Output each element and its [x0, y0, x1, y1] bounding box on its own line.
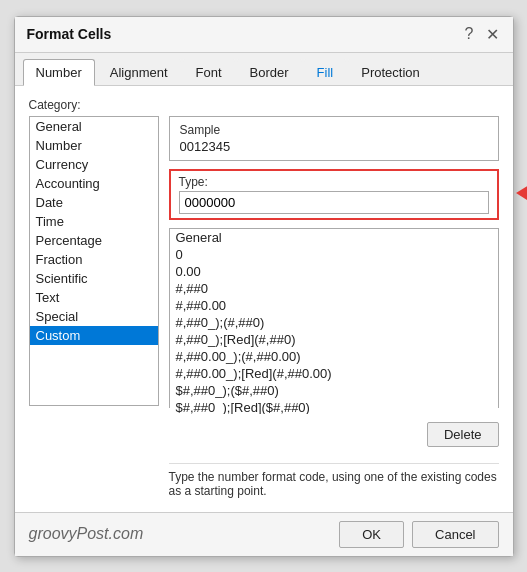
format-item-0.00[interactable]: 0.00	[170, 263, 498, 280]
format-list-wrapper: General 0 0.00 #,##0 #,##0.00 #,##0_);(#…	[169, 228, 499, 408]
close-button[interactable]: ✕	[484, 25, 501, 44]
category-label: Category:	[29, 98, 499, 112]
delete-button[interactable]: Delete	[427, 422, 499, 447]
tab-alignment[interactable]: Alignment	[97, 59, 181, 85]
category-special[interactable]: Special	[30, 307, 158, 326]
category-currency[interactable]: Currency	[30, 155, 158, 174]
category-general[interactable]: General	[30, 117, 158, 136]
tab-protection[interactable]: Protection	[348, 59, 433, 85]
type-input[interactable]	[179, 191, 489, 214]
format-item-hsh##0_red[interactable]: #,##0_);[Red](#,##0)	[170, 331, 498, 348]
tab-bar: Number Alignment Font Border Fill Protec…	[15, 53, 513, 86]
brand-label: groovyPost.com	[29, 525, 144, 543]
main-area: General Number Currency Accounting Date …	[29, 116, 499, 500]
format-item-0[interactable]: 0	[170, 246, 498, 263]
right-panel: Sample 0012345 Type:	[169, 116, 499, 500]
bottom-buttons: OK Cancel	[339, 521, 498, 548]
category-date[interactable]: Date	[30, 193, 158, 212]
title-bar: Format Cells ? ✕	[15, 17, 513, 53]
type-section: Type:	[169, 169, 499, 220]
format-item-hsh##0[interactable]: #,##0	[170, 280, 498, 297]
sample-value: 0012345	[180, 139, 488, 154]
bottom-bar: groovyPost.com OK Cancel	[15, 512, 513, 556]
category-list-container: General Number Currency Accounting Date …	[29, 116, 159, 500]
category-list[interactable]: General Number Currency Accounting Date …	[29, 116, 159, 406]
dialog-title: Format Cells	[27, 26, 112, 42]
format-list[interactable]: General 0 0.00 #,##0 #,##0.00 #,##0_);(#…	[170, 229, 498, 414]
description-text: Type the number format code, using one o…	[169, 463, 499, 500]
help-button[interactable]: ?	[463, 25, 476, 43]
tab-font[interactable]: Font	[183, 59, 235, 85]
format-item-hsh##0.00_1[interactable]: #,##0.00_);(#,##0.00)	[170, 348, 498, 365]
type-label: Type:	[179, 175, 489, 189]
tab-border[interactable]: Border	[237, 59, 302, 85]
arrow-head-icon	[516, 183, 528, 203]
category-scientific[interactable]: Scientific	[30, 269, 158, 288]
format-item-hsh##0_1[interactable]: #,##0_);(#,##0)	[170, 314, 498, 331]
format-item-hsh##0.00_red[interactable]: #,##0.00_);[Red](#,##0.00)	[170, 365, 498, 382]
delete-row: Delete	[169, 416, 499, 451]
category-time[interactable]: Time	[30, 212, 158, 231]
ok-button[interactable]: OK	[339, 521, 404, 548]
title-bar-controls: ? ✕	[463, 25, 501, 44]
tab-fill[interactable]: Fill	[304, 59, 347, 85]
category-number[interactable]: Number	[30, 136, 158, 155]
format-cells-dialog: Format Cells ? ✕ Number Alignment Font B…	[14, 16, 514, 557]
format-item-general[interactable]: General	[170, 229, 498, 246]
type-box: Type:	[169, 169, 499, 220]
category-percentage[interactable]: Percentage	[30, 231, 158, 250]
category-fraction[interactable]: Fraction	[30, 250, 158, 269]
format-item-dollar_red[interactable]: $#,##0_);[Red]($#,##0)	[170, 399, 498, 414]
red-arrow	[516, 183, 528, 203]
dialog-content: Category: General Number Currency Accoun…	[15, 86, 513, 512]
tab-number[interactable]: Number	[23, 59, 95, 86]
category-text[interactable]: Text	[30, 288, 158, 307]
sample-label: Sample	[180, 123, 488, 137]
category-accounting[interactable]: Accounting	[30, 174, 158, 193]
format-item-hsh##0.00[interactable]: #,##0.00	[170, 297, 498, 314]
format-item-dollar_1[interactable]: $#,##0_);($#,##0)	[170, 382, 498, 399]
cancel-button[interactable]: Cancel	[412, 521, 498, 548]
sample-section: Sample 0012345	[169, 116, 499, 161]
category-custom[interactable]: Custom	[30, 326, 158, 345]
